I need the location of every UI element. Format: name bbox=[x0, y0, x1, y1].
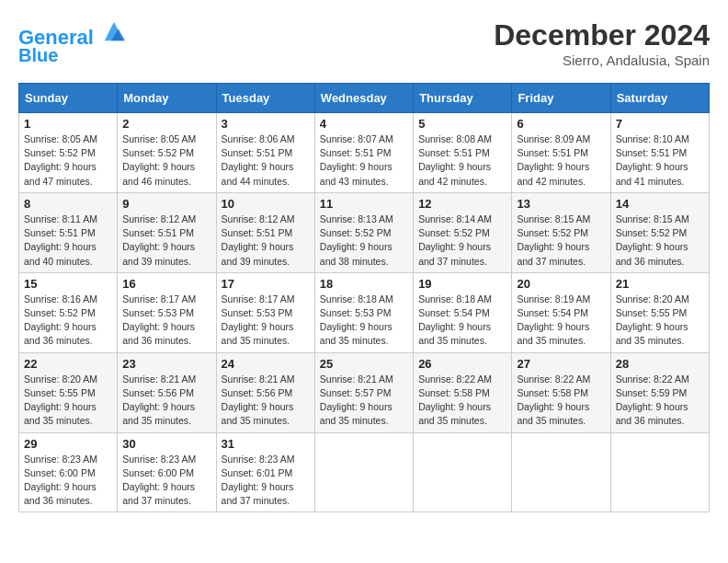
column-header-monday: Monday bbox=[118, 84, 216, 113]
day-number: 3 bbox=[222, 117, 310, 131]
calendar-cell: 1 Sunrise: 8:05 AM Sunset: 5:52 PM Dayli… bbox=[19, 113, 118, 193]
calendar-cell: 23 Sunrise: 8:21 AM Sunset: 5:56 PM Dayl… bbox=[118, 352, 216, 432]
day-info: Sunrise: 8:16 AM Sunset: 5:52 PM Dayligh… bbox=[24, 293, 112, 349]
calendar-week-row: 22 Sunrise: 8:20 AM Sunset: 5:55 PM Dayl… bbox=[19, 352, 710, 432]
day-info: Sunrise: 8:14 AM Sunset: 5:52 PM Dayligh… bbox=[418, 213, 506, 269]
calendar-cell: 2 Sunrise: 8:05 AM Sunset: 5:52 PM Dayli… bbox=[118, 113, 216, 193]
calendar-cell: 26 Sunrise: 8:22 AM Sunset: 5:58 PM Dayl… bbox=[414, 352, 512, 432]
calendar-cell bbox=[610, 432, 709, 512]
calendar-cell: 19 Sunrise: 8:18 AM Sunset: 5:54 PM Dayl… bbox=[414, 272, 512, 352]
day-number: 21 bbox=[616, 277, 704, 291]
column-header-tuesday: Tuesday bbox=[216, 84, 314, 113]
day-number: 5 bbox=[418, 117, 506, 131]
calendar-cell: 17 Sunrise: 8:17 AM Sunset: 5:53 PM Dayl… bbox=[216, 272, 314, 352]
day-info: Sunrise: 8:18 AM Sunset: 5:54 PM Dayligh… bbox=[418, 293, 506, 349]
day-number: 17 bbox=[222, 277, 310, 291]
day-info: Sunrise: 8:15 AM Sunset: 5:52 PM Dayligh… bbox=[616, 213, 704, 269]
day-info: Sunrise: 8:12 AM Sunset: 5:51 PM Dayligh… bbox=[222, 213, 310, 269]
calendar-cell: 7 Sunrise: 8:10 AM Sunset: 5:51 PM Dayli… bbox=[610, 113, 709, 193]
calendar-cell bbox=[512, 432, 610, 512]
day-info: Sunrise: 8:21 AM Sunset: 5:57 PM Dayligh… bbox=[320, 373, 408, 429]
day-number: 20 bbox=[517, 277, 605, 291]
day-number: 6 bbox=[517, 117, 605, 131]
column-header-sunday: Sunday bbox=[19, 84, 118, 113]
day-number: 10 bbox=[222, 197, 310, 211]
calendar-cell: 14 Sunrise: 8:15 AM Sunset: 5:52 PM Dayl… bbox=[610, 192, 709, 272]
day-info: Sunrise: 8:12 AM Sunset: 5:51 PM Dayligh… bbox=[122, 213, 210, 269]
day-number: 7 bbox=[616, 117, 704, 131]
calendar-cell: 10 Sunrise: 8:12 AM Sunset: 5:51 PM Dayl… bbox=[216, 192, 314, 272]
calendar-cell: 20 Sunrise: 8:19 AM Sunset: 5:54 PM Dayl… bbox=[512, 272, 610, 352]
day-number: 1 bbox=[24, 117, 112, 131]
calendar-cell: 30 Sunrise: 8:23 AM Sunset: 6:00 PM Dayl… bbox=[118, 432, 216, 512]
day-info: Sunrise: 8:20 AM Sunset: 5:55 PM Dayligh… bbox=[616, 293, 704, 349]
day-info: Sunrise: 8:09 AM Sunset: 5:51 PM Dayligh… bbox=[517, 132, 605, 189]
day-number: 24 bbox=[222, 357, 310, 371]
day-info: Sunrise: 8:23 AM Sunset: 6:00 PM Dayligh… bbox=[24, 453, 112, 509]
day-info: Sunrise: 8:21 AM Sunset: 5:56 PM Dayligh… bbox=[122, 373, 210, 429]
day-number: 16 bbox=[122, 277, 210, 291]
day-info: Sunrise: 8:19 AM Sunset: 5:54 PM Dayligh… bbox=[517, 293, 605, 349]
calendar-cell: 21 Sunrise: 8:20 AM Sunset: 5:55 PM Dayl… bbox=[610, 272, 709, 352]
column-header-friday: Friday bbox=[512, 84, 610, 113]
day-info: Sunrise: 8:05 AM Sunset: 5:52 PM Dayligh… bbox=[122, 132, 210, 189]
day-number: 12 bbox=[418, 197, 506, 211]
calendar-cell: 27 Sunrise: 8:22 AM Sunset: 5:58 PM Dayl… bbox=[512, 352, 610, 432]
logo-icon bbox=[101, 18, 127, 44]
calendar-cell: 18 Sunrise: 8:18 AM Sunset: 5:53 PM Dayl… bbox=[314, 272, 413, 352]
calendar-cell: 16 Sunrise: 8:17 AM Sunset: 5:53 PM Dayl… bbox=[118, 272, 216, 352]
day-info: Sunrise: 8:10 AM Sunset: 5:51 PM Dayligh… bbox=[616, 132, 704, 189]
day-number: 25 bbox=[320, 357, 408, 371]
day-number: 31 bbox=[222, 437, 310, 451]
day-number: 19 bbox=[418, 277, 506, 291]
calendar-cell: 8 Sunrise: 8:11 AM Sunset: 5:51 PM Dayli… bbox=[19, 192, 118, 272]
calendar-cell: 15 Sunrise: 8:16 AM Sunset: 5:52 PM Dayl… bbox=[19, 272, 118, 352]
day-info: Sunrise: 8:05 AM Sunset: 5:52 PM Dayligh… bbox=[24, 132, 112, 189]
calendar-cell: 24 Sunrise: 8:21 AM Sunset: 5:56 PM Dayl… bbox=[216, 352, 314, 432]
location: Sierro, Andalusia, Spain bbox=[494, 52, 710, 68]
logo: General Blue bbox=[18, 18, 127, 65]
column-header-saturday: Saturday bbox=[610, 84, 709, 113]
calendar-cell: 12 Sunrise: 8:14 AM Sunset: 5:52 PM Dayl… bbox=[414, 192, 512, 272]
day-number: 15 bbox=[24, 277, 112, 291]
day-info: Sunrise: 8:20 AM Sunset: 5:55 PM Dayligh… bbox=[24, 373, 112, 429]
calendar-week-row: 1 Sunrise: 8:05 AM Sunset: 5:52 PM Dayli… bbox=[19, 113, 710, 193]
day-number: 18 bbox=[320, 277, 408, 291]
day-info: Sunrise: 8:13 AM Sunset: 5:52 PM Dayligh… bbox=[320, 213, 408, 269]
day-number: 27 bbox=[517, 357, 605, 371]
day-number: 8 bbox=[24, 197, 112, 211]
page-header: General Blue December 2024 Sierro, Andal… bbox=[18, 18, 710, 68]
calendar-cell: 3 Sunrise: 8:06 AM Sunset: 5:51 PM Dayli… bbox=[216, 113, 314, 193]
day-number: 11 bbox=[320, 197, 408, 211]
calendar-cell: 9 Sunrise: 8:12 AM Sunset: 5:51 PM Dayli… bbox=[118, 192, 216, 272]
column-header-wednesday: Wednesday bbox=[314, 84, 413, 113]
calendar-cell bbox=[414, 432, 512, 512]
day-number: 14 bbox=[616, 197, 704, 211]
day-number: 26 bbox=[418, 357, 506, 371]
day-info: Sunrise: 8:15 AM Sunset: 5:52 PM Dayligh… bbox=[517, 213, 605, 269]
day-number: 2 bbox=[122, 117, 210, 131]
title-block: December 2024 Sierro, Andalusia, Spain bbox=[494, 18, 710, 68]
calendar-cell: 5 Sunrise: 8:08 AM Sunset: 5:51 PM Dayli… bbox=[414, 113, 512, 193]
calendar-cell bbox=[314, 432, 413, 512]
day-number: 29 bbox=[24, 437, 112, 451]
day-info: Sunrise: 8:22 AM Sunset: 5:59 PM Dayligh… bbox=[616, 373, 704, 429]
day-number: 4 bbox=[320, 117, 408, 131]
day-info: Sunrise: 8:23 AM Sunset: 6:01 PM Dayligh… bbox=[222, 453, 310, 509]
calendar-cell: 4 Sunrise: 8:07 AM Sunset: 5:51 PM Dayli… bbox=[314, 113, 413, 193]
day-number: 13 bbox=[517, 197, 605, 211]
calendar-week-row: 29 Sunrise: 8:23 AM Sunset: 6:00 PM Dayl… bbox=[19, 432, 710, 512]
day-info: Sunrise: 8:22 AM Sunset: 5:58 PM Dayligh… bbox=[517, 373, 605, 429]
day-info: Sunrise: 8:21 AM Sunset: 5:56 PM Dayligh… bbox=[222, 373, 310, 429]
day-number: 22 bbox=[24, 357, 112, 371]
day-info: Sunrise: 8:11 AM Sunset: 5:51 PM Dayligh… bbox=[24, 213, 112, 269]
day-info: Sunrise: 8:22 AM Sunset: 5:58 PM Dayligh… bbox=[418, 373, 506, 429]
calendar-cell: 28 Sunrise: 8:22 AM Sunset: 5:59 PM Dayl… bbox=[610, 352, 709, 432]
day-info: Sunrise: 8:08 AM Sunset: 5:51 PM Dayligh… bbox=[418, 132, 506, 189]
calendar-cell: 22 Sunrise: 8:20 AM Sunset: 5:55 PM Dayl… bbox=[19, 352, 118, 432]
calendar-cell: 11 Sunrise: 8:13 AM Sunset: 5:52 PM Dayl… bbox=[314, 192, 413, 272]
calendar-cell: 29 Sunrise: 8:23 AM Sunset: 6:00 PM Dayl… bbox=[19, 432, 118, 512]
month-title: December 2024 bbox=[494, 18, 710, 52]
column-header-thursday: Thursday bbox=[414, 84, 512, 113]
calendar-cell: 25 Sunrise: 8:21 AM Sunset: 5:57 PM Dayl… bbox=[314, 352, 413, 432]
